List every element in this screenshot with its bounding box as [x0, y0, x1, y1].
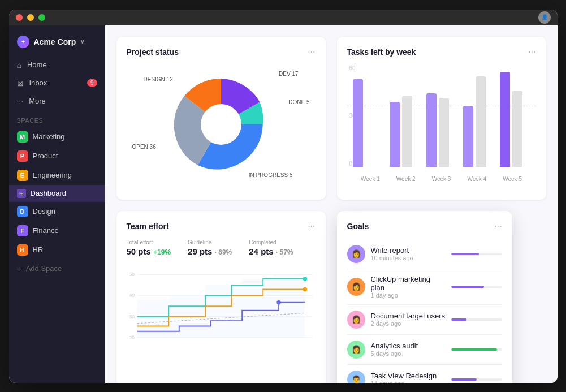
goal-avatar-5: 👨 — [347, 371, 365, 383]
goal-progress-fill-5 — [451, 378, 477, 381]
project-status-header: Project status ··· — [127, 47, 316, 57]
space-label: Dashboard — [31, 189, 67, 197]
svg-text:20: 20 — [129, 334, 135, 340]
more-icon: ··· — [17, 97, 24, 106]
goal-progress-bar-1 — [451, 253, 502, 255]
space-item-dashboard[interactable]: ⊞ Dashboard — [9, 185, 105, 202]
bar-gray-week3 — [439, 98, 449, 167]
stat-guideline: Guideline 29 pts · 69% — [188, 239, 232, 256]
space-item-hr[interactable]: H HR — [9, 240, 105, 260]
space-item-design[interactable]: D Design — [9, 202, 105, 221]
add-space-button[interactable]: + Add Space — [9, 260, 105, 278]
workspace-selector[interactable]: ✦ Acme Corp ∨ — [9, 32, 105, 56]
goal-info-1: Write report 10 minutes ago — [371, 246, 446, 261]
bar-chart-container: 60 30 0 — [347, 65, 536, 189]
team-effort-card: Team effort ··· Total effort 50 pts +19% — [116, 211, 326, 383]
stat-completed-label: Completed — [249, 239, 293, 245]
goal-info-2: ClickUp marketing plan 1 day ago — [371, 275, 446, 299]
bar-group-week5 — [500, 72, 530, 167]
workspace-name: Acme Corp — [34, 37, 76, 46]
pie-label-design: DESIGN 12 — [144, 76, 173, 83]
guideline-change: · 69% — [215, 248, 232, 256]
bar-group-week4 — [463, 76, 493, 167]
space-label: Design — [33, 207, 55, 216]
stat-total-effort: Total effort 50 pts +19% — [127, 239, 171, 256]
goals-more-button[interactable]: ··· — [494, 221, 502, 231]
bar-group-week1 — [353, 79, 383, 167]
space-icon-finance: F — [17, 225, 28, 236]
space-item-marketing[interactable]: M Marketing — [9, 127, 105, 147]
sidebar-item-more[interactable]: ··· More — [9, 92, 105, 110]
close-button[interactable] — [16, 14, 23, 21]
goals-title: Goals — [347, 222, 369, 231]
project-status-title: Project status — [127, 48, 179, 57]
space-label: Engineering — [33, 171, 72, 179]
space-icon-marketing: M — [17, 131, 28, 143]
bar-group-week2 — [390, 96, 420, 167]
goal-item-clickup: 👩 ClickUp marketing plan 1 day ago — [347, 269, 502, 305]
project-status-card: Project status ··· DEV 17 DONE 5 IN PROG… — [116, 37, 326, 200]
goal-item-document: 👩 Document target users 2 days ago — [347, 305, 502, 335]
sidebar: ✦ Acme Corp ∨ ⌂ Home ⊠ Inbox 9 ··· More … — [9, 25, 105, 383]
tasks-left-header: Tasks left by week ··· — [347, 47, 536, 57]
space-icon-product: P — [17, 150, 28, 162]
goal-progress-bar-4 — [451, 348, 502, 351]
bar-purple-week3 — [426, 93, 437, 167]
total-effort-pts: 50 pts — [127, 247, 151, 256]
title-bar: 👤 — [9, 10, 558, 25]
project-status-more-button[interactable]: ··· — [308, 47, 315, 57]
space-label: Product — [33, 152, 58, 160]
svg-text:50: 50 — [129, 272, 135, 277]
svg-text:30: 30 — [129, 313, 135, 319]
inbox-badge: 9 — [87, 79, 97, 87]
svg-point-10 — [303, 277, 306, 281]
bar-gray-week4 — [476, 76, 486, 167]
goal-avatar-4: 👩 — [347, 341, 365, 359]
bar-purple-week5 — [500, 72, 510, 167]
pie-chart — [170, 74, 272, 175]
minimize-button[interactable] — [27, 14, 34, 21]
week-label-4: Week 4 — [467, 176, 486, 182]
team-effort-title: Team effort — [127, 222, 169, 231]
user-avatar[interactable]: 👤 — [538, 11, 551, 24]
svg-text:40: 40 — [129, 292, 135, 298]
tasks-left-more-button[interactable]: ··· — [528, 47, 535, 57]
week-label-3: Week 3 — [432, 176, 451, 182]
pie-label-open: OPEN 36 — [132, 144, 156, 150]
goal-avatar-2: 👩 — [347, 278, 365, 296]
space-item-finance[interactable]: F Finance — [9, 221, 105, 240]
inbox-icon: ⊠ — [17, 79, 24, 88]
space-item-engineering[interactable]: E Engineering — [9, 166, 105, 185]
goal-avatar-1: 👩 — [347, 245, 365, 263]
maximize-button[interactable] — [38, 14, 45, 21]
goal-time-3: 2 days ago — [371, 320, 446, 327]
pie-label-inprogress: IN PROGRESS 5 — [249, 172, 293, 178]
goal-item-analytics: 👩 Analytics audit 5 days ago — [347, 335, 502, 365]
space-item-product[interactable]: P Product — [9, 147, 105, 166]
pie-label-done: DONE 5 — [288, 99, 309, 105]
bottom-row: Team effort ··· Total effort 50 pts +19% — [116, 211, 546, 383]
svg-point-0 — [201, 104, 241, 145]
bar-group-week3 — [426, 93, 456, 167]
svg-point-11 — [276, 300, 280, 304]
line-chart: 50 40 30 20 — [127, 265, 316, 356]
app-window: 👤 ✦ Acme Corp ∨ ⌂ Home ⊠ Inbox 9 ··· Mor… — [9, 10, 558, 383]
add-space-label: Add Space — [26, 264, 62, 273]
sidebar-item-home[interactable]: ⌂ Home — [9, 56, 105, 74]
line-chart-svg: 50 40 30 20 — [127, 265, 316, 350]
bar-purple-week2 — [390, 102, 400, 167]
week-label-1: Week 1 — [361, 176, 380, 182]
sidebar-item-label: Inbox — [29, 79, 47, 87]
team-effort-more-button[interactable]: ··· — [308, 221, 315, 231]
spaces-header: Spaces — [9, 110, 105, 127]
sidebar-item-label: More — [29, 97, 46, 105]
goal-item-task-view: 👨 Task View Redesign 14 days ago — [347, 365, 502, 383]
stat-guideline-value: 29 pts · 69% — [188, 247, 232, 256]
space-icon-dashboard: ⊞ — [17, 189, 26, 198]
sidebar-item-label: Home — [27, 61, 47, 69]
pie-label-dev: DEV 17 — [279, 71, 298, 77]
guideline-pts: 29 pts — [188, 247, 212, 256]
home-icon: ⌂ — [17, 61, 21, 70]
goals-card: Goals ··· 👩 Write report 10 minutes ago — [337, 211, 512, 383]
sidebar-item-inbox[interactable]: ⊠ Inbox 9 — [9, 74, 105, 92]
